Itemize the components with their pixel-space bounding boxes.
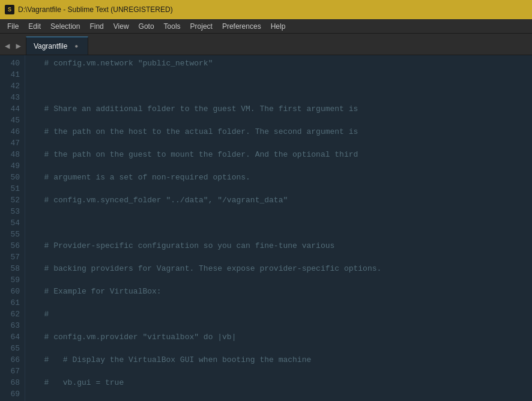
nav-arrows: ◀ ▶ [2, 37, 23, 55]
app-icon: S [5, 5, 14, 14]
menu-view[interactable]: View [109, 19, 134, 33]
tab-label: Vagrantfile [34, 42, 67, 50]
menu-file[interactable]: File [2, 19, 23, 33]
editor: 40 41 42 43 44 45 46 47 48 49 50 51 52 5… [0, 55, 532, 401]
menu-edit[interactable]: Edit [23, 19, 46, 33]
code-area[interactable]: # config.vm.network "public_network" # S… [25, 55, 532, 401]
title-bar: S D:\Vagrantfile - Sublime Text (UNREGIS… [0, 0, 532, 19]
nav-forward[interactable]: ▶ [13, 41, 23, 51]
menu-help[interactable]: Help [266, 19, 291, 33]
menu-selection[interactable]: Selection [46, 19, 85, 33]
menu-project[interactable]: Project [186, 19, 217, 33]
nav-back[interactable]: ◀ [2, 41, 12, 51]
menu-bar: File Edit Selection Find View Goto Tools… [0, 19, 532, 34]
tab-close-button[interactable]: ● [72, 42, 80, 50]
line-numbers: 40 41 42 43 44 45 46 47 48 49 50 51 52 5… [0, 55, 25, 401]
tab-vagrantfile[interactable]: Vagrantfile ● [26, 37, 88, 55]
menu-find[interactable]: Find [85, 19, 108, 33]
menu-preferences[interactable]: Preferences [217, 19, 266, 33]
menu-goto[interactable]: Goto [134, 19, 159, 33]
window-title: D:\Vagrantfile - Sublime Text (UNREGISTE… [18, 5, 173, 14]
menu-tools[interactable]: Tools [159, 19, 186, 33]
tab-bar: ◀ ▶ Vagrantfile ● [0, 34, 532, 55]
